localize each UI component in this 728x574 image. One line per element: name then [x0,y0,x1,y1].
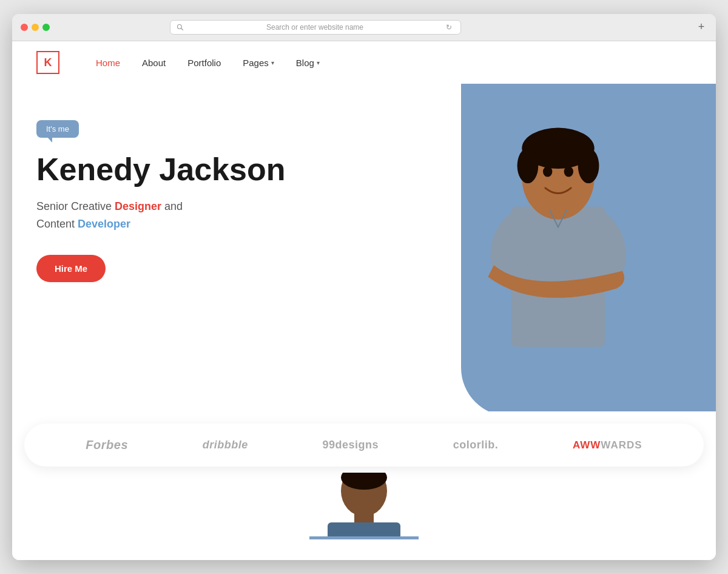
close-button[interactable] [21,24,28,31]
svg-rect-14 [309,536,419,539]
nav-links: Home About Portfolio Pages ▾ Blog ▾ [96,58,320,68]
navbar: K Home About Portfolio Pages ▾ Blog ▾ [12,41,716,84]
speech-bubble: It's me [36,120,79,138]
refresh-icon[interactable]: ↻ [446,23,454,32]
brand-99designs: 99designs [322,439,379,451]
bottom-section [12,467,716,539]
pages-dropdown-arrow: ▾ [271,59,274,66]
brand-awwwards: AWWWARDS [573,439,642,451]
traffic-lights [21,24,50,31]
nav-portfolio[interactable]: Portfolio [187,58,221,68]
website-content: K Home About Portfolio Pages ▾ Blog ▾ [12,41,716,560]
subtitle-line2: Content [36,218,78,230]
brand-forbes: Forbes [86,438,128,452]
nav-about[interactable]: About [142,58,166,68]
hero-section: It's me Kenedy Jackson Senior Creative D… [12,84,716,411]
person-svg [455,90,661,405]
second-person-svg [309,473,419,539]
minimize-button[interactable] [32,24,39,31]
nav-home[interactable]: Home [96,58,120,68]
browser-window: Search or enter website name ↻ + K Home … [12,14,716,560]
subtitle-prefix: Senior Creative [36,200,115,212]
new-tab-button[interactable]: + [695,21,707,33]
hero-person-image [449,84,667,405]
browser-chrome: Search or enter website name ↻ + [12,14,716,41]
designer-word: Designer [115,200,161,212]
brand-dribbble: dribbble [203,439,248,451]
brand-colorlib: colorlib. [453,439,499,451]
url-bar[interactable]: Search or enter website name ↻ [170,20,461,35]
awwwards-rest: WARDS [601,439,642,451]
hero-subtitle: Senior Creative Designer and Content Dev… [36,198,340,233]
nav-blog[interactable]: Blog ▾ [296,58,320,68]
awwwards-highlight: AWW [573,439,601,451]
brands-bar: Forbes dribbble 99designs colorlib. AWWW… [24,424,704,467]
maximize-button[interactable] [42,24,50,31]
svg-point-9 [578,148,599,183]
second-person-peek [309,473,419,539]
blog-dropdown-arrow: ▾ [317,59,320,66]
developer-word: Developer [78,218,130,230]
logo-letter: K [44,56,52,69]
hero-name: Kenedy Jackson [36,152,340,187]
url-bar-text: Search or enter website name [187,23,442,32]
hire-me-button[interactable]: Hire Me [36,255,106,282]
hero-content: It's me Kenedy Jackson Senior Creative D… [36,102,340,282]
search-icon [177,24,184,31]
svg-point-8 [517,148,539,183]
svg-line-1 [181,29,183,30]
nav-pages[interactable]: Pages ▾ [243,58,274,68]
logo-box[interactable]: K [36,51,59,74]
subtitle-middle: and [161,200,183,212]
